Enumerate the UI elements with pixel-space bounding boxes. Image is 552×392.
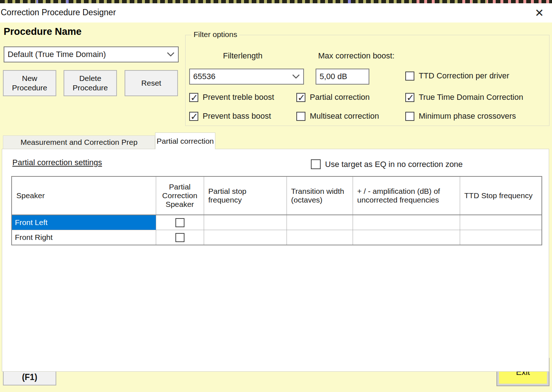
titlebar: Correction Procedure Designer ✕ bbox=[0, 3, 552, 23]
column-header-partial-stop-frequency[interactable]: Partial stop frequency bbox=[204, 177, 287, 215]
column-header-speaker[interactable]: Speaker bbox=[12, 177, 156, 215]
checkbox-label: Prevent treble boost bbox=[203, 93, 274, 102]
cell-ttd-stop-frequency[interactable] bbox=[460, 215, 541, 230]
grid-header-row: Speaker Partial Correction Speaker Parti… bbox=[12, 177, 541, 215]
cell-transition-width[interactable] bbox=[287, 230, 353, 245]
filter-options-groupbox: Filter options Filterlength Max correcti… bbox=[185, 35, 549, 126]
partial-correction-settings-title: Partial correction settings bbox=[12, 158, 102, 167]
max-correction-boost-value: 5,00 dB bbox=[320, 72, 347, 81]
tab-partial-correction[interactable]: Partial correction bbox=[155, 132, 215, 149]
procedure-name-heading: Procedure Name bbox=[4, 26, 82, 37]
cell-amplification[interactable] bbox=[353, 230, 460, 245]
max-correction-boost-label: Max correction boost: bbox=[318, 51, 394, 61]
cell-amplification[interactable] bbox=[353, 215, 460, 230]
tab-label: Partial correction bbox=[157, 137, 214, 146]
checkbox-icon[interactable] bbox=[405, 72, 414, 81]
checkbox-multiseat-correction[interactable]: Multiseat correction bbox=[296, 111, 379, 121]
correction-procedure-designer-window: Correction Procedure Designer ✕ Procedur… bbox=[0, 0, 552, 392]
filterlength-label: Filterlength bbox=[223, 51, 263, 61]
checkbox-prevent-treble-boost[interactable]: Prevent treble boost bbox=[189, 93, 274, 102]
checkbox-prevent-bass-boost[interactable]: Prevent bass boost bbox=[189, 111, 271, 121]
checkbox-icon[interactable] bbox=[175, 218, 184, 227]
dashed-line bbox=[0, 0, 552, 3]
tab-measurement-and-correction-prep[interactable]: Measurement and Correction Prep bbox=[3, 135, 155, 149]
cell-partial-stop-frequency[interactable] bbox=[204, 230, 287, 245]
checkbox-label: Partial correction bbox=[310, 93, 370, 102]
grid-row-front-left[interactable]: Front Left bbox=[12, 215, 541, 230]
checkbox-label: Minimum phase crossovers bbox=[419, 111, 516, 121]
close-button[interactable]: ✕ bbox=[532, 5, 547, 21]
dialog-body: Procedure Name Default (True Time Domain… bbox=[0, 23, 552, 392]
procedure-name-value: Default (True Time Domain) bbox=[4, 50, 163, 59]
checkbox-true-time-domain-correction[interactable]: True Time Domain Correction bbox=[405, 93, 523, 102]
chevron-down-icon bbox=[289, 74, 303, 79]
max-correction-boost-input[interactable]: 5,00 dB bbox=[316, 69, 369, 85]
checkbox-label: Use target as EQ in no correction zone bbox=[325, 160, 463, 169]
checkbox-label: Multiseat correction bbox=[310, 111, 379, 121]
help-f1-label: (F1) bbox=[22, 372, 37, 382]
checkbox-icon[interactable] bbox=[405, 112, 414, 121]
cell-transition-width[interactable] bbox=[287, 215, 353, 230]
tab-label: Measurement and Correction Prep bbox=[20, 138, 137, 147]
checkbox-icon[interactable] bbox=[296, 112, 305, 121]
column-header-amplification[interactable]: + / - amplification (dB) of uncorrected … bbox=[353, 177, 460, 215]
cell-partial-correction-checkbox[interactable] bbox=[156, 215, 204, 230]
chevron-down-icon bbox=[163, 52, 178, 57]
cell-speaker[interactable]: Front Right bbox=[12, 230, 156, 245]
window-title: Correction Procedure Designer bbox=[1, 8, 116, 17]
filterlength-combobox[interactable]: 65536 bbox=[189, 69, 304, 85]
checkbox-ttd-correction-per-driver[interactable]: TTD Correction per driver bbox=[405, 71, 509, 81]
column-header-partial-correction-speaker[interactable]: Partial Correction Speaker bbox=[156, 177, 204, 215]
background-window-sliver bbox=[0, 0, 552, 3]
partial-correction-tab-panel: Partial correction settings Use target a… bbox=[2, 149, 549, 372]
grid-row-front-right[interactable]: Front Right bbox=[12, 230, 541, 245]
procedure-name-combobox[interactable]: Default (True Time Domain) bbox=[4, 46, 179, 62]
checkbox-label: Prevent bass boost bbox=[203, 111, 271, 121]
filter-options-legend: Filter options bbox=[191, 30, 239, 39]
checkbox-label: True Time Domain Correction bbox=[419, 93, 523, 102]
checkbox-icon[interactable] bbox=[405, 93, 414, 102]
new-procedure-button[interactable]: New Procedure bbox=[3, 70, 56, 96]
checkbox-icon[interactable] bbox=[175, 233, 184, 242]
column-header-ttd-stop-frequency[interactable]: TTD Stop frequency bbox=[460, 177, 541, 215]
reset-button[interactable]: Reset bbox=[125, 70, 178, 96]
checkbox-minimum-phase-crossovers[interactable]: Minimum phase crossovers bbox=[405, 111, 516, 121]
checkbox-partial-correction[interactable]: Partial correction bbox=[296, 93, 370, 102]
delete-procedure-button[interactable]: Delete Procedure bbox=[64, 70, 117, 96]
cell-speaker[interactable]: Front Left bbox=[12, 215, 156, 230]
checkbox-icon[interactable] bbox=[189, 93, 198, 102]
checkbox-icon[interactable] bbox=[296, 93, 305, 102]
filterlength-value: 65536 bbox=[190, 72, 289, 81]
cell-partial-stop-frequency[interactable] bbox=[204, 215, 287, 230]
checkbox-label: TTD Correction per driver bbox=[419, 71, 509, 81]
checkbox-use-target-as-eq[interactable]: Use target as EQ in no correction zone bbox=[311, 159, 463, 169]
checkbox-icon[interactable] bbox=[311, 159, 321, 169]
speaker-settings-grid: Speaker Partial Correction Speaker Parti… bbox=[11, 176, 542, 245]
checkbox-icon[interactable] bbox=[189, 112, 198, 121]
cell-ttd-stop-frequency[interactable] bbox=[460, 230, 541, 245]
column-header-transition-width[interactable]: Transition width (octaves) bbox=[287, 177, 353, 215]
cell-partial-correction-checkbox[interactable] bbox=[156, 230, 204, 245]
